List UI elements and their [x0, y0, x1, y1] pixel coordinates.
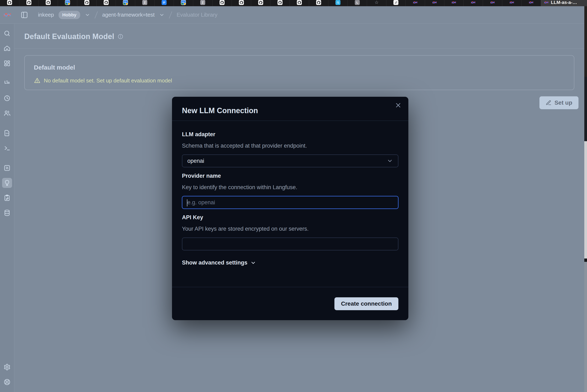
sidebar-item-settings-gear[interactable] [2, 362, 12, 372]
browser-tab[interactable]: ☆ [367, 0, 386, 6]
browser-tab[interactable] [309, 0, 328, 6]
sidebar-item-search[interactable] [2, 28, 12, 38]
text-caret [187, 199, 187, 206]
sessions-clock-icon [4, 95, 11, 102]
no-default-model-warning[interactable]: No default model set. Set up default eva… [44, 78, 172, 84]
sidebar-item-prompts-file[interactable] [2, 128, 12, 138]
gcal-icon: 31 [65, 0, 70, 5]
github-icon [104, 0, 109, 5]
breadcrumb-separator [169, 11, 172, 18]
breadcrumb: inkeep Hobby agent-framework=test Evalua… [28, 11, 218, 19]
sidebar-item-support-lifebuoy[interactable] [2, 377, 12, 387]
browser-tab[interactable] [502, 0, 521, 6]
llm-adapter-description: Schema that is accepted at that provider… [182, 143, 398, 149]
docs-icon [162, 0, 167, 5]
datasets-database-icon [4, 209, 11, 216]
github-icon [26, 0, 31, 5]
browser-tab[interactable] [464, 0, 483, 6]
search-icon [4, 30, 11, 37]
breadcrumb-org[interactable]: inkeep [38, 12, 54, 18]
tracing-tree-icon [4, 80, 11, 87]
github-icon [239, 0, 244, 5]
browser-tab[interactable] [483, 0, 502, 6]
browser-tab[interactable]: 31 [116, 0, 135, 6]
show-advanced-settings-toggle[interactable]: Show advanced settings [182, 260, 256, 266]
browser-tab[interactable] [270, 0, 290, 6]
github-icon [297, 0, 302, 5]
home-icon [4, 45, 11, 52]
create-connection-button[interactable]: Create connection [334, 297, 398, 310]
browser-tab[interactable] [406, 0, 425, 6]
close-icon[interactable] [395, 102, 401, 108]
browser-tab[interactable] [290, 0, 309, 6]
browser-tab[interactable] [328, 0, 348, 6]
sidebar-item-datasets-database[interactable] [2, 208, 12, 218]
browser-tab[interactable]: 31 [58, 0, 77, 6]
browser-tab[interactable]: 31 [174, 0, 193, 6]
browser-tab[interactable] [251, 0, 270, 6]
browser-tab[interactable] [386, 0, 406, 6]
chevron-down-icon [387, 158, 393, 164]
browser-tab[interactable] [77, 0, 97, 6]
org-chevron-down-icon[interactable] [85, 12, 90, 18]
browser-tab[interactable] [232, 0, 251, 6]
sidebar-toggle-icon[interactable] [21, 11, 28, 19]
project-chevron-down-icon[interactable] [159, 12, 165, 18]
browser-tab[interactable] [444, 0, 464, 6]
breadcrumb-project[interactable]: agent-framework=test [102, 12, 155, 18]
sidebar-item-sessions-clock[interactable] [2, 93, 12, 103]
active-tab-title: LLM-as-a-… [551, 0, 577, 5]
breadcrumb-separator [95, 11, 98, 18]
sidebar-item-dashboard[interactable] [2, 58, 12, 68]
sidebar-item-home[interactable] [2, 44, 12, 53]
github-icon [7, 0, 12, 5]
sidebar-item-evaluation-lightbulb[interactable] [2, 178, 12, 188]
sidebar-item-annotation-clipboard[interactable] [2, 193, 12, 203]
set-up-button[interactable]: Set up [539, 96, 578, 109]
sidebar-item-users[interactable] [2, 108, 12, 118]
langfuse-icon [451, 0, 456, 5]
chevron-down-icon [250, 260, 256, 266]
browser-tab[interactable]: L [348, 0, 367, 6]
info-icon[interactable] [118, 34, 123, 40]
annotation-clipboard-icon [4, 194, 11, 202]
llm-adapter-label: LLM adapter [182, 131, 398, 138]
browser-tab[interactable] [213, 0, 232, 6]
browser-tab[interactable] [155, 0, 174, 6]
sidebar-item-playground-percent[interactable] [2, 163, 12, 173]
llm-adapter-select[interactable]: openai [182, 154, 398, 167]
langfuse-icon [471, 0, 476, 5]
l-badge-icon: L [355, 0, 360, 5]
browser-tab[interactable] [0, 0, 19, 6]
browser-tab[interactable] [425, 0, 444, 6]
llm-adapter-selected-value: openai [187, 158, 204, 164]
sidebar-item-terminal[interactable] [2, 143, 12, 153]
github-icon [84, 0, 89, 5]
z-badge-icon: Z [142, 0, 147, 5]
langfuse-icon [413, 0, 418, 5]
browser-tab[interactable]: Z [135, 0, 155, 6]
browser-tab[interactable]: Z [193, 0, 213, 6]
langfuse-icon [432, 0, 437, 5]
browser-tab[interactable] [39, 0, 58, 6]
warning-triangle-icon [34, 77, 41, 84]
dialog-title: New LLM Connection [182, 106, 398, 115]
provider-name-description: Key to identify the connection within La… [182, 184, 398, 190]
feather-icon [393, 0, 398, 5]
browser-tab[interactable] [521, 0, 541, 6]
browser-tab[interactable] [19, 0, 39, 6]
browser-tab-active[interactable]: LLM-as-a-… [541, 0, 587, 6]
provider-name-input[interactable] [187, 199, 393, 206]
sidebar-item-tracing-tree[interactable] [2, 78, 12, 88]
langfuse-icon [490, 0, 495, 5]
provider-name-field-wrap [182, 196, 398, 209]
gcal-icon: 31 [123, 0, 128, 5]
default-model-card: Default model No default model set. Set … [24, 55, 574, 90]
github-icon [220, 0, 225, 5]
browser-tab[interactable] [97, 0, 116, 6]
github-icon [316, 0, 321, 5]
chat-icon [335, 0, 340, 5]
terminal-icon [4, 144, 11, 152]
star-icon: ☆ [374, 0, 379, 5]
api-key-input[interactable] [187, 241, 393, 247]
